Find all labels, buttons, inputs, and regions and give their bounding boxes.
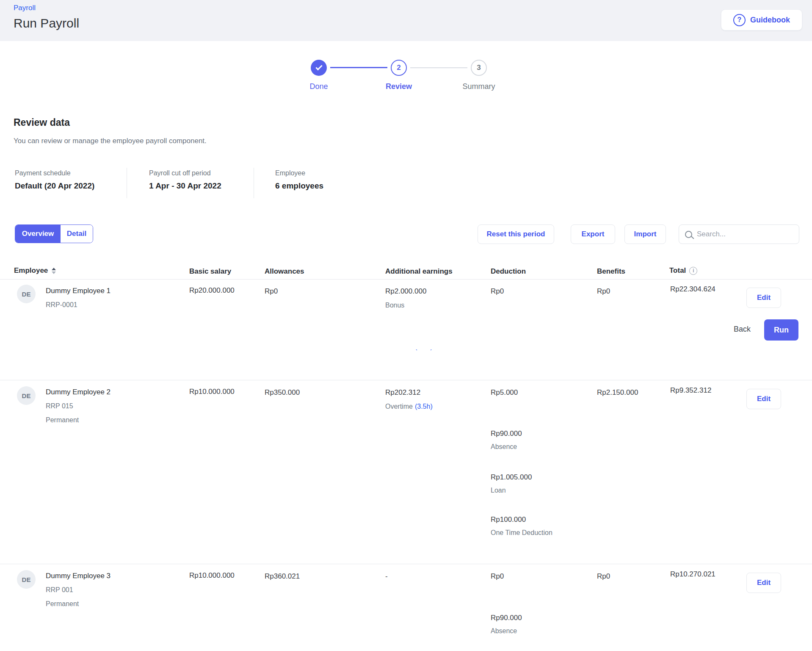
table-header-divider (0, 279, 812, 280)
benefits-value: Rp2.150.000 (597, 388, 638, 397)
back-button[interactable]: Back (729, 325, 755, 334)
deduction-item-label: Absence (491, 443, 517, 451)
total-value: Rp22.304.624 (670, 285, 715, 294)
divider (127, 168, 127, 198)
additional-earnings-label: Overtime (3.5h) (385, 403, 433, 410)
export-button[interactable]: Export (571, 224, 615, 244)
row-divider (0, 380, 812, 380)
additional-earnings-value: Rp2.000.000 (385, 287, 426, 296)
step-summary-label: Summary (456, 82, 502, 91)
question-mark-icon (733, 14, 746, 26)
col-header-total-label: Total (669, 266, 686, 275)
deduction-item-amount: Rp90.000 (491, 614, 522, 622)
deduction-item-label: Loan (491, 487, 506, 494)
edit-button[interactable]: Edit (746, 389, 781, 409)
info-value: 6 employees (275, 181, 323, 191)
guidebook-label: Guidebook (750, 16, 790, 25)
row-divider (0, 564, 812, 564)
employee-name: Dummy Employee 1 (46, 287, 110, 295)
total-value: Rp10.270.021 (670, 570, 715, 579)
edit-button[interactable]: Edit (746, 573, 781, 593)
employee-id: RRP 001 (46, 586, 73, 594)
step-review-label: Review (376, 82, 422, 91)
employee-id: RRP 015 (46, 402, 73, 410)
step-connector-upcoming (410, 67, 467, 68)
page-title: Run Payroll (14, 16, 79, 30)
search-icon (685, 231, 692, 238)
deduction-item-label: Absence (491, 627, 517, 635)
info-cutoff-period: Payroll cut off period 1 Apr - 30 Apr 20… (149, 169, 221, 191)
avatar: DE (17, 570, 36, 589)
breadcrumb-payroll[interactable]: Payroll (14, 4, 36, 12)
col-header-total: Total (669, 266, 697, 275)
col-header-employee: Employee (14, 266, 56, 275)
benefits-value: Rp0 (597, 287, 610, 296)
sort-icon[interactable] (52, 268, 56, 274)
tab-overview[interactable]: Overview (15, 225, 61, 243)
col-header-basic-salary: Basic salary (189, 267, 231, 276)
allowances-value: Rp360.021 (265, 572, 300, 581)
divider (254, 168, 254, 198)
allowances-value: Rp350.000 (265, 388, 300, 397)
avatar: DE (17, 285, 36, 303)
run-payroll-page: Payroll Run Payroll Guidebook 2 3 Done R… (0, 0, 812, 651)
step-done-label: Done (296, 82, 342, 91)
step-review-circle: 2 (391, 60, 407, 76)
section-title: Review data (14, 117, 70, 128)
basic-salary-value: Rp20.000.000 (189, 286, 235, 295)
additional-earnings-value: Rp202.312 (385, 388, 420, 397)
info-value: Default (20 Apr 2022) (15, 181, 94, 191)
info-label: Employee (275, 169, 323, 177)
col-header-benefits: Benefits (597, 267, 625, 276)
info-employee-count: Employee 6 employees (275, 169, 323, 191)
total-value: Rp9.352.312 (670, 386, 711, 395)
page-header (0, 0, 812, 41)
employee-name: Dummy Employee 3 (46, 572, 110, 580)
search-input[interactable] (697, 230, 782, 238)
info-icon[interactable] (689, 267, 697, 275)
info-payment-schedule: Payment schedule Default (20 Apr 2022) (15, 169, 94, 191)
check-icon (315, 64, 322, 70)
step-done-circle (311, 60, 327, 76)
deduction-item-amount: Rp1.005.000 (491, 473, 532, 482)
step-summary-number: 3 (477, 64, 481, 72)
employee-name: Dummy Employee 2 (46, 388, 110, 396)
deduction-value: Rp5.000 (491, 388, 518, 397)
avatar: DE (17, 386, 36, 405)
employment-type: Permanent (46, 600, 79, 608)
section-subtitle: You can review or manage the employee pa… (14, 137, 207, 145)
additional-earnings-label: Bonus (385, 302, 404, 309)
info-label: Payment schedule (15, 169, 94, 177)
deduction-value: Rp0 (491, 572, 504, 581)
allowances-value: Rp0 (265, 287, 278, 296)
step-connector-done (330, 67, 387, 68)
step-review-number: 2 (397, 64, 400, 72)
additional-earnings-value: - (385, 572, 388, 581)
overtime-text: Overtime (385, 403, 413, 410)
employment-type: Permanent (46, 416, 79, 424)
deduction-item-label: One Time Deduction (491, 529, 552, 537)
employee-id: RRP-0001 (46, 301, 77, 309)
import-button[interactable]: Import (624, 224, 666, 244)
info-value: 1 Apr - 30 Apr 2022 (149, 181, 221, 191)
col-header-employee-label: Employee (14, 266, 48, 275)
run-button[interactable]: Run (764, 319, 798, 341)
col-header-additional-earnings: Additional earnings (385, 267, 453, 276)
overtime-hours: (3.5h) (415, 403, 433, 410)
benefits-value: Rp0 (597, 572, 610, 581)
step-summary-circle: 3 (471, 60, 487, 76)
deduction-item-amount: Rp90.000 (491, 429, 522, 438)
deduction-item-amount: Rp100.000 (491, 515, 526, 524)
info-label: Payroll cut off period (149, 169, 221, 177)
edit-button[interactable]: Edit (746, 288, 781, 308)
basic-salary-value: Rp10.000.000 (189, 388, 235, 396)
guidebook-button[interactable]: Guidebook (721, 9, 802, 30)
tab-detail[interactable]: Detail (61, 225, 93, 243)
action-bar (0, 310, 812, 349)
basic-salary-value: Rp10.000.000 (189, 571, 235, 580)
view-toggle: Overview Detail (15, 224, 93, 243)
reset-period-button[interactable]: Reset this period (478, 224, 554, 244)
deduction-value: Rp0 (491, 287, 504, 296)
search-box (679, 224, 799, 244)
col-header-allowances: Allowances (265, 267, 304, 276)
